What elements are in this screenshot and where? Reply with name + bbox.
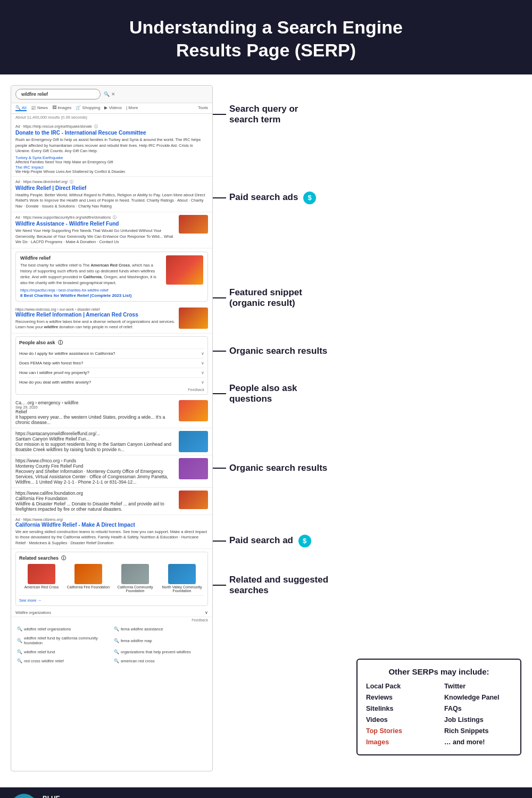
search-icon-1: 🔍 [17,627,22,631]
nav-news[interactable]: 📰 News [31,105,48,111]
ad-title-2[interactable]: Wildfire Relief | Direct Relief [15,185,208,192]
bottom-ad-label: Ad · https://www.citizens.org/ [15,518,208,521]
related-item-1[interactable]: American Red Cross [19,564,64,593]
other-serp-top-stories: Top Stories [366,726,434,736]
paa-item-3[interactable]: How can I wildfire proof my property? ∨ [19,368,204,377]
suggestion-2[interactable]: 🔍 fema wildfire assistance [112,625,208,633]
suggestion-text-6: organizations that help prevent wildfire… [121,650,191,654]
dropdown-label: Wildfire organizations [15,611,51,614]
annotation-line-4 [213,351,226,352]
annotation-line-6 [213,468,226,469]
paa-chevron-4: ∨ [201,380,204,385]
paa-chevron-3: ∨ [201,370,204,375]
serp-search-input[interactable] [15,89,101,99]
search-icon-4: 🔍 [114,638,119,643]
related-item-4[interactable]: North Valley Community Foundation [160,564,204,593]
annotation-label-organic-2: Organic search results [229,463,327,473]
paa-question-3: How can I wildfire proof my property? [19,370,89,375]
suggestion-4[interactable]: 🔍 fema wildfire map [112,634,208,647]
ad-irc: Ad · https://help.rescue.org/earthquake/… [11,121,212,177]
page-title: Understanding a Search Engine Results Pa… [21,16,511,61]
suggestion-text-8: american red cross [121,659,155,663]
annotations-panel: Search query orsearch term Paid search a… [213,85,527,771]
nav-shopping[interactable]: 🛒 Shopping [76,105,100,111]
suggestion-text-3: wildfire relief fund by california commu… [24,636,110,645]
paa-item-1[interactable]: How do I apply for wildfire assistance i… [19,348,204,358]
related-item-3[interactable]: California Community Foundation [113,564,157,593]
serp-search-bar: 🔍 ✕ [11,86,212,103]
related-item-2[interactable]: California Fire Foundation [66,564,111,593]
results-count: About 11,400,000 results (0.39 seconds) [11,114,212,121]
annotation-organic-2: Organic search results [213,463,327,473]
paa-chevron-2: ∨ [201,361,204,365]
ad-sub-1b-desc: We Help People Whose Lives Are Shattered… [15,170,208,173]
annotation-line-1 [213,114,226,115]
page-header: Understanding a Search Engine Results Pa… [0,0,532,74]
suggestion-6[interactable]: 🔍 organizations that help prevent wildfi… [112,648,208,656]
search-controls: 🔍 ✕ [104,92,115,97]
annotation-label-related: Related and suggestedsearches [229,575,328,596]
paid-ads-badge: $ [303,192,316,204]
paa-item-2[interactable]: Does FEMA help with forest fires? ∨ [19,358,204,368]
paid-ad-bottom-badge: $ [298,535,311,547]
related-label-3: California Community Foundation [113,585,157,593]
ad-label-1: Ad · https://help.rescue.org/earthquake/… [15,124,208,129]
nav-tools[interactable]: Tools [198,105,208,111]
nav-all[interactable]: 🔍 All [15,105,27,111]
ad-lacfd: Ad · https://www.supportlacountyfire.org… [11,212,212,248]
other-serp-knowledge: Knowledge Panel [444,693,512,702]
featured-snippet: Wildfire relief The best charity for wil… [15,252,208,302]
search-icon-8: 🔍 [114,659,119,663]
nav-images[interactable]: 🖼 Images [52,105,71,111]
organic-image-1 [179,307,208,329]
annotation-organic-1: Organic search results [213,346,327,356]
annotation-featured-snippet: Featured snippet(organic result) [213,287,302,309]
footer-logo-text: BLUEHILLSDIGITAL [43,795,68,798]
ad-sub-1a[interactable]: Turkey & Syria Earthquake [15,155,208,160]
see-more-button[interactable]: See more → [19,595,204,603]
main-content: 🔍 ✕ 🔍 All 📰 News 🖼 Images 🛒 Shopping ▶ V… [0,74,532,782]
related-searches: Related searches ⓘ American Red Cross Ca… [15,552,208,606]
ad-directrelief: Ad · https://www.directrelief.org/ ⓘ Wil… [11,177,212,213]
suggestion-8[interactable]: 🔍 american red cross [112,657,208,665]
suggestion-1[interactable]: 🔍 wildfire relief organizations [15,625,111,633]
related-dropdown[interactable]: Wildfire organizations ∨ [11,609,212,617]
other-serp-images: Images [366,737,434,747]
other-serps-title: Other SERPs may include: [366,667,512,676]
suggestion-text-4: fema wildfire map [121,638,152,643]
paa-chevron-1: ∨ [201,351,204,356]
related-img-2 [74,564,102,584]
snippet-image [166,255,203,285]
annotation-label-organic-1: Organic search results [229,346,327,356]
related-label-2: California Fire Foundation [67,585,110,589]
nav-more[interactable]: | More [126,105,138,111]
suggestion-text-2: fema wildfire assistance [121,627,163,631]
serp-panel: 🔍 ✕ 🔍 All 📰 News 🖼 Images 🛒 Shopping ▶ V… [11,85,213,771]
bottom-paid-ad: Ad · https://www.citizens.org/ Californi… [11,515,212,550]
ad-title-1[interactable]: Donate to the IRC - International Rescue… [15,129,208,136]
snippet-link[interactable]: 8 Best Charities for Wildfire Relief (Co… [20,293,203,298]
organic-result-monterey: https://www.cfmco.org › Funds Monterey C… [11,455,212,488]
nav-videos[interactable]: ▶ Videos [104,105,122,111]
paa-question-1: How do I apply for wildfire assistance i… [19,351,115,356]
annotation-paid-ads: Paid search ads $ [213,192,316,204]
ad-sub-1b[interactable]: The IRC Impact [15,165,208,170]
suggestion-5[interactable]: 🔍 wildfire relief fund [15,648,111,656]
paa-item-4[interactable]: How do you deal with wildfire anxiety? ∨ [19,377,204,387]
people-also-ask: People also ask ⓘ How do I apply for wil… [15,336,208,395]
annotation-label-search-query: Search query orsearch term [229,104,298,126]
suggestion-7[interactable]: 🔍 red cross wildfire relief [15,657,111,665]
related-label-1: American Red Cross [24,585,59,589]
suggestion-3[interactable]: 🔍 wildfire relief fund by california com… [15,634,111,647]
related-img-3 [121,564,149,584]
ad-desc-2: Healthy People. Better World. Without Re… [15,193,208,210]
bottom-ad-title[interactable]: California Wildfire Relief - Make A Dire… [15,521,208,528]
serp-nav: 🔍 All 📰 News 🖼 Images 🛒 Shopping ▶ Video… [11,103,212,114]
annotation-label-paid-ad-bottom: Paid search ad $ [229,535,311,547]
paa-question-2: Does FEMA help with forest fires? [19,361,84,365]
annotation-line-3 [213,297,226,298]
annotation-line-5 [213,393,226,394]
other-serps-grid: Local Pack Twitter Reviews Knowledge Pan… [366,681,512,747]
ad-label-2: Ad · https://www.directrelief.org/ ⓘ [15,179,208,185]
footer-logo: BLUEHILLSDIGITAL [11,794,68,798]
